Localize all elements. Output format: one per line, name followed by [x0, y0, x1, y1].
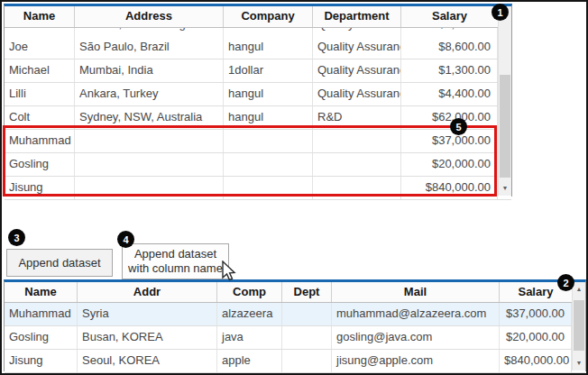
- grid-cell[interactable]: $4,400.00: [401, 83, 498, 105]
- grid-cell[interactable]: muhammad@alzazeera.com: [332, 303, 500, 325]
- grid2-header-row: Name Addr Comp Dept Mail Salary: [5, 282, 585, 303]
- grid-cell[interactable]: Sydney, NSW, Australia: [75, 106, 224, 129]
- grid-cell[interactable]: [224, 153, 313, 176]
- append-dataset-button[interactable]: Append dataset: [6, 249, 113, 277]
- grid-cell[interactable]: $20,000.00: [500, 326, 572, 349]
- column-header-department[interactable]: Department: [313, 6, 401, 27]
- clipped-scrolled-row[interactable]: Lisa London, United Kingdom 1dollar Qual…: [5, 28, 511, 36]
- grid-cell[interactable]: R&D: [313, 106, 401, 129]
- grid-cell[interactable]: Muhammad: [5, 130, 75, 152]
- grid-cell[interactable]: [313, 130, 401, 152]
- column-header-mail[interactable]: Mail: [332, 282, 500, 302]
- grid-cell[interactable]: [75, 153, 224, 176]
- app-window: Name Address Company Department Salary L…: [0, 0, 588, 375]
- grid-cell[interactable]: $37,000.00: [500, 303, 572, 325]
- grid-cell[interactable]: Gosling: [5, 153, 75, 176]
- column-header-name[interactable]: Name: [5, 6, 75, 27]
- grid-cell[interactable]: Jisung: [5, 177, 75, 199]
- grid-cell[interactable]: Lilli: [5, 83, 75, 105]
- callout-badge-5: 5: [450, 118, 467, 135]
- grid-cell[interactable]: London, United Kingdom: [75, 28, 224, 36]
- grid-cell[interactable]: [224, 177, 313, 199]
- grid-cell[interactable]: apple: [217, 350, 282, 372]
- grid-cell[interactable]: Quality Assurance: [313, 59, 401, 82]
- grid-cell[interactable]: Jisung: [5, 350, 78, 372]
- grid-cell[interactable]: alzazeera: [217, 303, 282, 325]
- grid-cell[interactable]: [313, 153, 401, 176]
- result-data-grid: Name Addr Comp Dept Mail Salary Muhammad…: [4, 279, 586, 371]
- scroll-up-icon[interactable]: ▲: [573, 282, 585, 297]
- column-header-company[interactable]: Company: [224, 6, 313, 27]
- grid-cell[interactable]: Gosling: [5, 326, 78, 349]
- appended-row[interactable]: Gosling $20,000.00: [5, 153, 511, 177]
- grid-cell[interactable]: [224, 130, 313, 152]
- callout-badge-1: 1: [492, 4, 509, 21]
- grid-cell[interactable]: [75, 130, 224, 152]
- grid-cell[interactable]: [282, 303, 332, 325]
- column-header-dept[interactable]: Dept: [282, 282, 332, 302]
- appended-row[interactable]: Jisung $840,000.00: [5, 177, 511, 200]
- grid-cell[interactable]: $840,000.00: [401, 177, 498, 199]
- grid-cell[interactable]: Seoul, KOREA: [78, 350, 217, 372]
- append-with-label-line1: Append dataset: [134, 247, 216, 261]
- grid-cell[interactable]: 1dollar: [224, 59, 313, 82]
- grid-cell[interactable]: hangul: [224, 83, 313, 105]
- grid-cell[interactable]: hangul: [224, 36, 313, 59]
- grid1-vertical-scrollbar[interactable]: ▲ ▼: [498, 6, 511, 196]
- grid-cell[interactable]: hangul: [224, 106, 313, 129]
- grid-cell[interactable]: [313, 177, 401, 199]
- scroll-down-icon[interactable]: ▼: [499, 181, 511, 196]
- table-row[interactable]: Michael Mumbai, India 1dollar Quality As…: [5, 59, 511, 83]
- scroll-down-icon[interactable]: ▼: [573, 356, 585, 370]
- append-with-label-line2: with column name: [128, 261, 223, 276]
- grid-cell[interactable]: $8,600.00: [401, 36, 498, 59]
- table-row[interactable]: Joe São Paulo, Brazil hangul Quality Ass…: [5, 36, 511, 59]
- grid-cell[interactable]: Busan, KOREA: [78, 326, 217, 349]
- grid-cell[interactable]: Mumbai, India: [75, 59, 224, 82]
- callout-badge-4: 4: [117, 231, 134, 248]
- grid-cell[interactable]: $5,000.00: [401, 28, 498, 36]
- column-header-address[interactable]: Address: [75, 6, 224, 27]
- table-row[interactable]: Colt Sydney, NSW, Australia hangul R&D $…: [5, 106, 511, 130]
- grid-cell[interactable]: $840,000.00: [500, 350, 572, 372]
- table-row[interactable]: Lilli Ankara, Turkey hangul Quality Assu…: [5, 83, 511, 106]
- grid-cell[interactable]: Quality Assurance: [313, 83, 401, 105]
- grid-cell[interactable]: Quality Assurance: [313, 36, 401, 59]
- column-header-name[interactable]: Name: [5, 282, 78, 302]
- grid-cell[interactable]: Colt: [5, 106, 75, 129]
- column-header-comp[interactable]: Comp: [217, 282, 282, 302]
- scrollbar-thumb[interactable]: [574, 300, 584, 351]
- grid-cell[interactable]: jisung@apple.com: [332, 350, 500, 372]
- grid-cell[interactable]: [75, 177, 224, 199]
- grid1-header-row: Name Address Company Department Salary: [5, 6, 511, 28]
- table-row[interactable]: Jisung Seoul, KOREA apple jisung@apple.c…: [5, 350, 585, 373]
- grid-cell[interactable]: $37,000.00: [401, 130, 498, 152]
- grid-cell[interactable]: Syria: [78, 303, 217, 325]
- source-data-grid: Name Address Company Department Salary L…: [4, 4, 512, 197]
- grid-cell[interactable]: Joe: [5, 36, 75, 59]
- grid2-vertical-scrollbar[interactable]: ▲ ▼: [572, 282, 585, 370]
- grid-cell[interactable]: São Paulo, Brazil: [75, 36, 224, 59]
- callout-badge-2: 2: [557, 274, 574, 291]
- grid-cell[interactable]: gosling@java.com: [332, 326, 500, 349]
- grid-cell[interactable]: 1dollar: [224, 28, 313, 36]
- table-row[interactable]: Gosling Busan, KOREA java gosling@java.c…: [5, 326, 585, 350]
- grid-cell[interactable]: Muhammad: [5, 303, 78, 325]
- table-row-selected[interactable]: Muhammad Syria alzazeera muhammad@alzaze…: [5, 303, 585, 326]
- append-dataset-button-label: Append dataset: [18, 256, 100, 270]
- grid-cell[interactable]: java: [217, 326, 282, 349]
- append-dataset-with-column-name-button[interactable]: Append dataset with column name: [122, 243, 229, 279]
- callout-badge-3: 3: [8, 229, 25, 246]
- grid-cell[interactable]: [282, 350, 332, 372]
- grid-cell[interactable]: $1,300.00: [401, 59, 498, 82]
- grid-cell[interactable]: $20,000.00: [401, 153, 498, 176]
- column-header-addr[interactable]: Addr: [78, 282, 217, 302]
- grid-cell[interactable]: Ankara, Turkey: [75, 83, 224, 105]
- grid-cell[interactable]: Quality Assurance: [313, 28, 401, 36]
- grid-cell[interactable]: [282, 326, 332, 349]
- grid-cell[interactable]: Michael: [5, 59, 75, 82]
- grid-cell[interactable]: Lisa: [5, 28, 75, 36]
- appended-row[interactable]: Muhammad $37,000.00: [5, 130, 511, 153]
- scrollbar-thumb[interactable]: [500, 75, 510, 178]
- column-header-salary[interactable]: Salary: [401, 6, 498, 27]
